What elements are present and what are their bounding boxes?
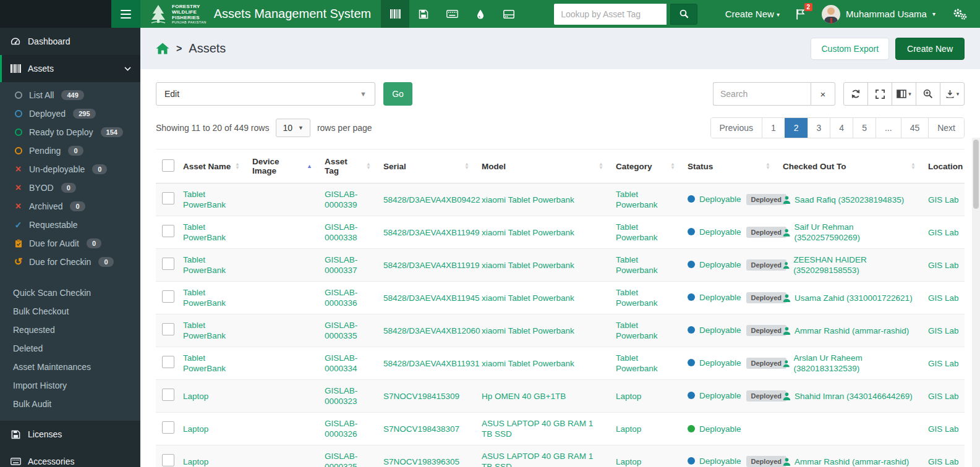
notifications-flag-button[interactable]: 2 xyxy=(796,9,806,20)
custom-export-button[interactable]: Custom Export xyxy=(811,38,889,60)
serial-link[interactable]: 58428/D3AEVA4XB09422 xyxy=(383,195,480,204)
sidebar-subitem[interactable]: Quick Scan Checkin xyxy=(0,284,140,302)
page-button[interactable]: 45 xyxy=(901,118,929,138)
home-icon[interactable] xyxy=(156,43,169,54)
category-link[interactable]: Laptop xyxy=(616,424,641,434)
model-link[interactable]: xiaomi Tablet Powerbank xyxy=(482,359,574,368)
bulk-action-select[interactable]: Edit ▼ xyxy=(156,82,375,106)
column-header-checked-out-to[interactable]: Checked Out To▲▼ xyxy=(777,149,922,183)
status-link[interactable]: Deployable xyxy=(699,391,741,400)
status-link[interactable]: Deployable xyxy=(699,326,741,335)
page-button[interactable]: 2 xyxy=(785,118,807,138)
sidebar-subitem[interactable]: × BYOD 0 xyxy=(0,179,140,197)
serial-link[interactable]: S7NOCV198438307 xyxy=(383,424,459,434)
checked-out-link[interactable]: Usama Zahid (3310001722621) xyxy=(795,293,913,303)
category-link[interactable]: Tablet Powerbank xyxy=(616,255,658,275)
brand-logo[interactable]: FORESTRY WILDLIFE FISHERIES PUNJAB PAKIS… xyxy=(140,2,211,26)
status-link[interactable]: Deployable xyxy=(699,227,741,237)
model-link[interactable]: xiaomi Tablet Powerbank xyxy=(482,326,574,335)
category-link[interactable]: Tablet Powerbank xyxy=(616,222,658,242)
admin-settings-button[interactable] xyxy=(952,8,968,20)
location-link[interactable]: GIS Lab xyxy=(928,326,959,335)
category-link[interactable]: Laptop xyxy=(616,392,641,401)
asset-tag-link[interactable]: GISLAB-0000338 xyxy=(325,222,357,242)
sidebar-subitem[interactable]: Asset Maintenances xyxy=(0,358,140,376)
location-link[interactable]: GIS Lab xyxy=(928,261,959,270)
sidebar-subitem[interactable]: Deleted xyxy=(0,339,140,358)
status-link[interactable]: Deployable xyxy=(699,424,741,434)
asset-tag-link[interactable]: GISLAB-0000336 xyxy=(325,288,357,308)
lookup-search-button[interactable] xyxy=(670,4,697,25)
model-link[interactable]: xiaomi Tablet Powerbank xyxy=(482,261,574,270)
asset-name-link[interactable]: Laptop xyxy=(183,457,208,466)
checked-out-link[interactable]: Shahid Imran (3430146644269) xyxy=(795,391,913,402)
category-link[interactable]: Tablet Powerbank xyxy=(616,321,658,340)
scrollbar-thumb[interactable] xyxy=(973,140,979,209)
asset-tag-link[interactable]: GISLAB-0000334 xyxy=(325,353,357,373)
asset-name-link[interactable]: Tablet PowerBank xyxy=(183,190,226,209)
row-checkbox[interactable] xyxy=(162,421,174,434)
column-header-serial[interactable]: Serial▲▼ xyxy=(377,149,475,183)
fullscreen-button[interactable] xyxy=(867,82,892,106)
asset-tag-link[interactable]: GISLAB-0000339 xyxy=(325,190,357,209)
checked-out-link[interactable]: Ammar Rashid (ammar-rashid) xyxy=(795,456,909,467)
page-button[interactable]: 5 xyxy=(853,118,876,138)
row-checkbox[interactable] xyxy=(162,389,174,401)
create-new-button[interactable]: Create New xyxy=(895,38,965,60)
status-link[interactable]: Deployable xyxy=(699,260,741,269)
components-hdd-icon[interactable] xyxy=(495,0,523,28)
select-all-checkbox[interactable] xyxy=(162,159,174,172)
checked-out-link[interactable]: Ammar Rashid (ammar-rashid) xyxy=(795,326,909,336)
sidebar-subitem[interactable]: Bulk Audit xyxy=(0,395,140,413)
model-link[interactable]: ASUS LAPTOP 40 GB RAM 1 TB SSD xyxy=(482,452,593,467)
model-link[interactable]: Hp OMEN 40 GB+1TB xyxy=(482,392,566,401)
sidebar-subitem[interactable]: × Un-deployable 0 xyxy=(0,160,140,179)
go-button[interactable]: Go xyxy=(383,82,412,106)
asset-tag-link[interactable]: GISLAB-0000335 xyxy=(325,321,357,340)
asset-name-link[interactable]: Tablet PowerBank xyxy=(183,288,226,308)
serial-link[interactable]: 58428/D3AEVA4XB11949 xyxy=(383,228,480,237)
location-link[interactable]: GIS Lab xyxy=(928,359,959,368)
location-link[interactable]: GIS Lab xyxy=(928,228,959,237)
category-link[interactable]: Tablet Powerbank xyxy=(616,288,658,308)
sidebar-subitem[interactable]: Bulk Checkout xyxy=(0,302,140,321)
row-checkbox[interactable] xyxy=(162,290,174,303)
column-header-category[interactable]: Category▲▼ xyxy=(610,149,681,183)
category-link[interactable]: Tablet Powerbank xyxy=(616,353,658,373)
asset-name-link[interactable]: Laptop xyxy=(183,424,208,434)
sidebar-subitem[interactable]: Deployed 295 xyxy=(0,104,140,123)
consumables-droplet-icon[interactable] xyxy=(466,0,495,28)
sidebar-item-dashboard[interactable]: Dashboard xyxy=(0,28,140,55)
checked-out-link[interactable]: Saad Rafiq (3520238194835) xyxy=(795,195,904,205)
row-checkbox[interactable] xyxy=(162,454,174,466)
asset-tag-lookup-input[interactable] xyxy=(554,4,667,25)
sidebar-subitem[interactable]: Pending 0 xyxy=(0,141,140,160)
checked-out-link[interactable]: ZEESHAN HAIDER (3520298158553) xyxy=(793,255,916,276)
model-link[interactable]: xiaomi Tablet Powerbank xyxy=(482,228,574,237)
page-button[interactable]: Previous xyxy=(711,118,762,138)
column-header-asset-tag[interactable]: Asset Tag▲▼ xyxy=(318,149,377,183)
sidebar-item-licenses[interactable]: Licenses xyxy=(0,421,140,448)
sidebar-item-accessories[interactable]: Accessories xyxy=(0,448,140,467)
checked-out-link[interactable]: Arslan Ur Raheem (3820183132539) xyxy=(794,353,916,374)
column-header-device-image[interactable]: Device Image▲ xyxy=(246,149,318,183)
row-checkbox[interactable] xyxy=(162,323,174,335)
page-button[interactable]: 4 xyxy=(830,118,853,138)
column-header-asset-name[interactable]: Asset Name▲▼ xyxy=(177,149,246,183)
asset-name-link[interactable]: Tablet PowerBank xyxy=(183,222,226,242)
table-search-input[interactable] xyxy=(713,82,811,106)
page-button[interactable]: Next xyxy=(928,118,964,138)
asset-tag-link[interactable]: GISLAB-0000325 xyxy=(325,452,357,467)
sidebar-subitem[interactable]: Due for Audit 0 xyxy=(0,234,140,253)
serial-link[interactable]: S7NOCV198396305 xyxy=(383,457,459,466)
serial-link[interactable]: 58428/D3AEVA4XB11919 xyxy=(383,261,480,270)
assets-barcode-icon[interactable] xyxy=(381,0,409,28)
refresh-button[interactable] xyxy=(843,82,868,106)
sidebar-subitem[interactable]: Import History xyxy=(0,376,140,395)
export-download-button[interactable]: ▾ xyxy=(940,82,965,106)
sidebar-subitem[interactable]: List All 449 xyxy=(0,86,140,104)
location-link[interactable]: GIS Lab xyxy=(928,457,959,466)
clear-search-button[interactable]: × xyxy=(811,82,835,106)
sidebar-subitem[interactable]: × Archived 0 xyxy=(0,197,140,216)
row-checkbox[interactable] xyxy=(162,225,174,237)
